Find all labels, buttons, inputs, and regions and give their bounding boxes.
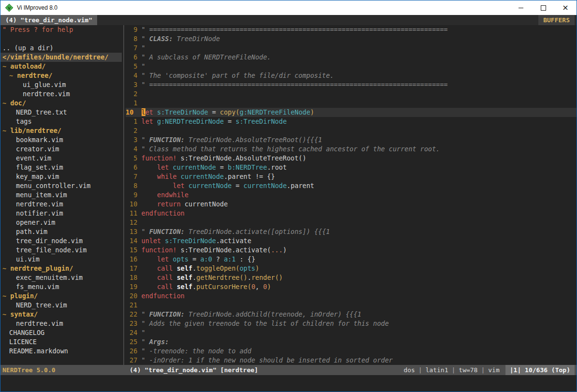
editor-line[interactable]: 5"	[126, 62, 577, 71]
nerdtree-item-file[interactable]: nerdtree.vim	[0, 200, 122, 209]
statusline: NERDTree 5.0.0 (4) "tree_dir_node.vim" […	[0, 365, 577, 375]
nerdtree-item-dir[interactable]: ~ plugin/	[0, 291, 122, 301]
code-token: g:NERDTreeDirNode	[157, 117, 224, 125]
nerdtree-item-dir[interactable]: ~ nerdtree/	[0, 71, 122, 80]
nerdtree-item-dir[interactable]: ~ doc/	[0, 99, 122, 108]
editor-line[interactable]: 7"	[126, 44, 577, 53]
nerdtree-item-file[interactable]: creator.vim	[0, 145, 122, 154]
nerdtree-item-file[interactable]: nerdtree.vim	[0, 89, 122, 99]
nerdtree-item-label: plugin/	[10, 292, 38, 300]
nerdtree-item-file[interactable]: fs_menu.vim	[0, 282, 122, 291]
editor-line[interactable]: 6 let currentNode = b:NERDTree.root	[126, 163, 577, 172]
nerdtree-item-file[interactable]: tags	[0, 117, 122, 126]
nerdtree-item-file[interactable]: NERD_tree.txt	[0, 108, 122, 117]
editor-line[interactable]: 22" FUNCTION: TreeDirNode.addChild(treen…	[126, 310, 577, 319]
editor-line[interactable]: 13" FUNCTION: TreeDirNode.activate([opti…	[126, 227, 577, 236]
nerdtree-item-label: exec_menuitem.vim	[16, 274, 83, 281]
nerdtree-item-dir[interactable]: ~ autoload/	[0, 62, 122, 71]
editor-line[interactable]: 6" A subclass of NERDTreeFileNode.	[126, 53, 577, 62]
editor-line[interactable]: 14unlet s:TreeDirNode.activate	[126, 236, 577, 246]
editor-line[interactable]: 8 let currentNode = currentNode.parent	[126, 181, 577, 190]
code-token	[142, 173, 158, 180]
nerdtree-item-root[interactable]: </vimfiles/bundle/nerdtree/	[0, 53, 122, 62]
nerdtree-item-file[interactable]: LICENCE	[0, 337, 122, 347]
window-separator[interactable]	[122, 25, 126, 365]
nerdtree-item-file[interactable]: tree_dir_node.vim	[0, 236, 122, 246]
nerdtree-panel: " Press ? for help.. (up a dir)</vimfile…	[0, 25, 122, 365]
nerdtree-item-file[interactable]: bookmark.vim	[0, 135, 122, 145]
nerdtree-item-file[interactable]: menu_controller.vim	[0, 181, 122, 190]
nerdtree-item-file[interactable]: tree_file_node.vim	[0, 246, 122, 255]
nerdtree-item-file[interactable]: menu_item.vim	[0, 190, 122, 200]
editor-line[interactable]: 2	[126, 89, 577, 99]
editor-line[interactable]: 9 endwhile	[126, 190, 577, 200]
editor-line[interactable]: 2	[126, 126, 577, 135]
nerdtree-item-dir[interactable]: ~ syntax/	[0, 310, 122, 319]
editor-line[interactable]: 4" The 'composite' part of the file/dir …	[126, 71, 577, 80]
nerdtree-item-label: fs_menu.vim	[16, 283, 59, 290]
code-token: FUNCTION:	[149, 228, 185, 235]
editor-line[interactable]: 8" CLASS: TreeDirNode	[126, 34, 577, 44]
editor-line[interactable]: 9" =====================================…	[126, 25, 577, 34]
nerdtree-item-file[interactable]: exec_menuitem.vim	[0, 273, 122, 282]
nerdtree-item-file[interactable]: README.markdown	[0, 347, 122, 356]
nerdtree-item-dir[interactable]: ~ lib/nerdtree/	[0, 126, 122, 135]
nerdtree-item-file[interactable]: CHANGELOG	[0, 328, 122, 337]
nerdtree-item-label: tags	[16, 117, 32, 125]
editor-line[interactable]: 23" Adds the given treenode to the list …	[126, 319, 577, 328]
nerdtree-item-file[interactable]: nerdtree.vim	[0, 319, 122, 328]
editor-line[interactable]: 3" =====================================…	[126, 80, 577, 89]
line-text: let currentNode = b:NERDTree.root	[142, 163, 287, 172]
editor-line[interactable]: 7 while currentNode.parent != {}	[126, 172, 577, 181]
nerdtree-item-file[interactable]: opener.vim	[0, 218, 122, 227]
code-token: .root	[267, 163, 287, 171]
maximize-button[interactable]	[532, 0, 554, 15]
editor-line[interactable]: 15function! s:TreeDirNode.activate(...)	[126, 246, 577, 255]
line-text: endwhile	[142, 190, 189, 200]
nerdtree-item-help[interactable]: " Press ? for help	[0, 25, 122, 34]
editor-line[interactable]: 4" Class method that returns the highest…	[126, 145, 577, 154]
nerdtree-item-updir[interactable]: .. (up a dir)	[0, 44, 122, 53]
nerdtree-item-label: opener.vim	[16, 218, 55, 226]
code-token: "	[142, 329, 145, 336]
nerdtree-item-file[interactable]: ui.vim	[0, 255, 122, 264]
nerdtree-item-label: event.vim	[16, 154, 51, 162]
line-text: " -treenode: the node to add	[142, 347, 252, 356]
nerdtree-item-file[interactable]: flag_set.vim	[0, 163, 122, 172]
editor-line[interactable]: 1	[126, 99, 577, 108]
editor-line[interactable]: 26" -treenode: the node to add	[126, 347, 577, 356]
code-token: g:NERDTreeFileNode	[240, 108, 310, 116]
nerdtree-item-file[interactable]: path.vim	[0, 227, 122, 236]
nerdtree-item-file[interactable]: ui_glue.vim	[0, 80, 122, 89]
line-number: 17	[126, 264, 137, 273]
editor-line[interactable]: 27" -inOrder: 1 if the new node should b…	[126, 356, 577, 365]
nerdtree-item-file[interactable]: notifier.vim	[0, 209, 122, 218]
minimize-button[interactable]	[510, 0, 532, 15]
editor-line[interactable]: 19 call self.putCursorHere(0, 0)	[126, 282, 577, 291]
nerdtree-item-file[interactable]: NERD_tree.vim	[0, 301, 122, 310]
editor-line[interactable]: 24"	[126, 328, 577, 337]
editor-line[interactable]: 10 return currentNode	[126, 200, 577, 209]
editor-line[interactable]: 18 call self.getNerdtree().render()	[126, 273, 577, 282]
code-token	[177, 173, 181, 180]
editor-line[interactable]: 16 let opts = a:0 ? a:1 : {}	[126, 255, 577, 264]
buffers-label[interactable]: BUFFERS	[538, 15, 575, 25]
editor-line[interactable]: 20endfunction	[126, 291, 577, 301]
command-line	[0, 375, 577, 392]
editor-line[interactable]: 12	[126, 218, 577, 227]
nerdtree-item-dir[interactable]: ~ nerdtree_plugin/	[0, 264, 122, 273]
editor-line[interactable]: 5function! s:TreeDirNode.AbsoluteTreeRoo…	[126, 154, 577, 163]
line-text: " FUNCTION: TreeDirNode.activate([option…	[142, 227, 330, 236]
editor-line[interactable]: 3" FUNCTION: TreeDirNode.AbsoluteTreeRoo…	[126, 135, 577, 145]
nerdtree-item-file[interactable]: key_map.vim	[0, 172, 122, 181]
editor-line[interactable]: 25" Args:	[126, 337, 577, 347]
editor-line-current[interactable]: 10let s:TreeDirNode = copy(g:NERDTreeFil…	[126, 108, 577, 117]
nerdtree-item-file[interactable]: event.vim	[0, 154, 122, 163]
nerdtree-item-label: nerdtree.vim	[16, 319, 63, 327]
tab-active[interactable]: (4) "tree_dir_node.vim"	[0, 15, 97, 25]
editor-line[interactable]: 11endfunction	[126, 209, 577, 218]
close-button[interactable]: ×	[554, 0, 577, 15]
editor-line[interactable]: 21	[126, 301, 577, 310]
editor-line[interactable]: 1let g:NERDTreeDirNode = s:TreeDirNode	[126, 117, 577, 126]
editor-line[interactable]: 17 call self.toggleOpen(opts)	[126, 264, 577, 273]
